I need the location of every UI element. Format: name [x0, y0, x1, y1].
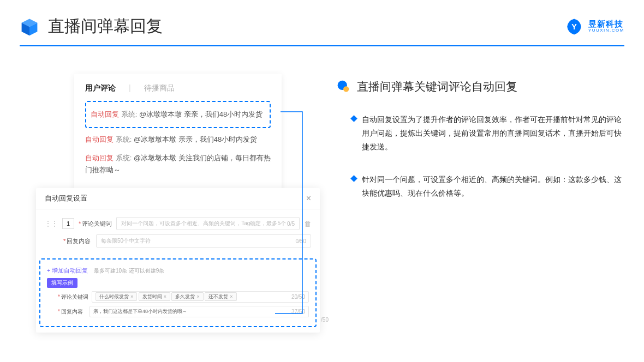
brand-name-en: YUUXIN.COM: [588, 28, 624, 33]
tag[interactable]: 发货时间×: [139, 292, 170, 301]
content-label: *回复内容: [63, 237, 92, 245]
example-content-box: 亲，我们这边都是下单48小时内发货的哦～ 37/50: [90, 306, 309, 317]
example-content-text: 亲，我们这边都是下单48小时内发货的哦～: [93, 308, 187, 315]
highlighted-comment: 自动回复 系统: @冰墩墩本墩 亲亲，我们48小时内发货: [85, 101, 271, 128]
content: 用户评论 | 待播商品 自动回复 系统: @冰墩墩本墩 亲亲，我们48小时内发货…: [0, 46, 644, 219]
chat-bubble-icon: [336, 80, 350, 94]
add-hint: 最多可建10条 还可以创建9条: [94, 268, 164, 274]
content-placeholder: 每条限50个中文字符: [101, 237, 151, 245]
bullet-item: 针对同一个问题，可设置多个相近的、高频的关键词。例如：这款多少钱、这块能优惠吗、…: [336, 173, 622, 200]
tab-pending-goods[interactable]: 待播商品: [144, 83, 175, 93]
right-column: 直播间弹幕关键词评论自动回复 自动回复设置为了提升作者的评论回复效率，作者可在开…: [336, 74, 622, 219]
example-keyword-box: 什么时候发货× 发货时间× 多久发货× 还不发货× 20/50: [92, 291, 309, 303]
svg-text:Y: Y: [571, 22, 577, 31]
auto-reply-label: 自动回复: [91, 110, 119, 118]
brand-logo-icon: Y: [565, 18, 583, 35]
comment-text: @冰墩墩本墩 亲亲，我们48小时内发货: [139, 110, 263, 118]
auto-reply-label: 自动回复: [85, 135, 114, 143]
tag[interactable]: 什么时候发货×: [96, 292, 137, 301]
section-title: 直播间弹幕关键词评论自动回复: [357, 79, 517, 94]
keyword-row: ⋮⋮ 1 *评论关键词 对同一个问题，可设置多个相近、高频的关键词，Tag确定，…: [45, 217, 311, 230]
bullet-text: 针对同一个问题，可设置多个相近的、高频的关键词。例如：这款多少钱、这块能优惠吗、…: [362, 173, 622, 200]
example-section: + 增加自动回复 最多可建10条 还可以创建9条 填写示例 *评论关键词 什么时…: [39, 258, 317, 327]
content-input[interactable]: 每条限50个中文字符 0/50: [96, 234, 311, 248]
system-label: 系统:: [116, 154, 132, 162]
comments-card: 用户评论 | 待播商品 自动回复 系统: @冰墩墩本墩 亲亲，我们48小时内发货…: [74, 74, 282, 192]
comment-row: 自动回复 系统: @冰墩墩本墩 亲亲，我们48小时内发货: [91, 105, 265, 124]
drag-handle-icon[interactable]: ⋮⋮: [45, 220, 58, 227]
comment-text: @冰墩墩本墩 亲亲，我们48小时内发货: [134, 135, 257, 143]
keyword-input[interactable]: 对同一个问题，可设置多个相近、高频的关键词，Tag确定，最多5个 0/5: [116, 217, 300, 230]
example-content-row: *回复内容 亲，我们这边都是下单48小时内发货的哦～ 37/50: [47, 306, 309, 317]
content-row: *回复内容 每条限50个中文字符 0/50: [45, 234, 311, 248]
order-number: 1: [62, 218, 74, 229]
example-badge: 填写示例: [47, 278, 77, 288]
system-label: 系统:: [121, 110, 138, 118]
connector-line: [281, 112, 313, 319]
keyword-label: *评论关键词: [79, 220, 112, 228]
comment-row: 自动回复 系统: @冰墩墩本墩 关注我们的店铺，每日都有热门推荐呦～: [85, 149, 271, 179]
brand-name-cn: 昱新科技: [588, 20, 624, 29]
tab-separator: |: [129, 83, 131, 93]
tag[interactable]: 多久发货×: [171, 292, 203, 301]
left-column: 用户评论 | 待播商品 自动回复 系统: @冰墩墩本墩 亲亲，我们48小时内发货…: [20, 74, 314, 219]
settings-body: ⋮⋮ 1 *评论关键词 对同一个问题，可设置多个相近、高频的关键词，Tag确定，…: [36, 209, 320, 256]
cube-icon: [20, 17, 39, 37]
system-label: 系统:: [116, 135, 132, 143]
comment-row: 自动回复 系统: @冰墩墩本墩 亲亲，我们48小时内发货: [85, 130, 271, 149]
tag[interactable]: 还不发货×: [205, 292, 236, 301]
settings-title: 自动回复设置: [45, 194, 87, 203]
tab-user-comments[interactable]: 用户评论: [85, 83, 116, 93]
page-title: 直播间弹幕回复: [48, 15, 163, 38]
auto-reply-label: 自动回复: [85, 154, 114, 162]
section-heading: 直播间弹幕关键词评论自动回复: [336, 79, 622, 94]
tags-container: 什么时候发货× 发货时间× 多久发货× 还不发货×: [96, 293, 237, 300]
bullet-item: 自动回复设置为了提升作者的评论回复效率，作者可在开播前针对常见的评论用户问题，提…: [336, 113, 622, 154]
add-auto-reply-link[interactable]: + 增加自动回复: [47, 267, 88, 274]
page-header: 直播间弹幕回复 Y 昱新科技 YUUXIN.COM: [0, 0, 644, 38]
svg-point-5: [343, 86, 349, 92]
brand-text: 昱新科技 YUUXIN.COM: [588, 20, 624, 33]
keyword-placeholder: 对同一个问题，可设置多个相近、高频的关键词，Tag确定，最多5个: [121, 220, 286, 227]
example-content-label: *回复内容: [58, 308, 86, 316]
brand: Y 昱新科技 YUUXIN.COM: [565, 18, 624, 35]
settings-header: 自动回复设置 ×: [36, 188, 320, 209]
header-left: 直播间弹幕回复: [20, 15, 163, 38]
diamond-bullet-icon: [350, 115, 357, 122]
example-keyword-row: *评论关键词 什么时候发货× 发货时间× 多久发货× 还不发货× 20/50: [47, 291, 309, 303]
bullet-text: 自动回复设置为了提升作者的评论回复效率，作者可在开播前针对常见的评论用户问题，提…: [362, 113, 622, 154]
outside-counter: /50: [321, 317, 329, 323]
example-keyword-label: *评论关键词: [58, 293, 88, 301]
comments-tabs: 用户评论 | 待播商品: [85, 83, 271, 93]
add-row: + 增加自动回复 最多可建10条 还可以创建9条: [47, 265, 309, 275]
settings-card: 自动回复设置 × ⋮⋮ 1 *评论关键词 对同一个问题，可设置多个相近、高频的关…: [36, 188, 320, 333]
diamond-bullet-icon: [350, 175, 357, 182]
